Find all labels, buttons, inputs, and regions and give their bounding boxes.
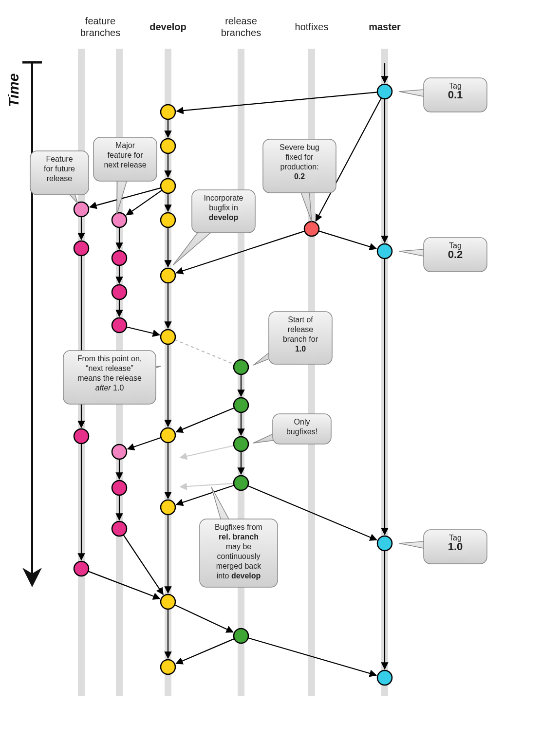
commit-node [112,521,127,536]
commit-node [161,330,175,344]
callout-text: Tag1.0 [448,534,463,553]
callouts: Tag0.1Tag0.2Tag1.0Featurefor futurerelea… [30,78,487,587]
arrow [176,408,235,432]
commit-node [234,476,248,490]
commit-node [234,629,248,643]
lane-label-develop: develop [149,21,187,32]
arrow [127,190,162,215]
commit-node [234,437,248,451]
arrow [175,605,233,632]
commit-node [161,105,175,119]
time-axis: Time [5,62,42,579]
commit-node [112,213,127,227]
commit-node [161,428,175,443]
arrow [180,483,234,487]
callout-tag02: Tag0.2 [399,238,487,272]
callout-text: Incorporatebugfix indevelop [204,194,243,222]
arrow [123,535,163,594]
commit-node [112,251,127,265]
gitflow-diagram: Time featurebranchesdevelopreleasebranch… [0,0,560,742]
callout-text: Featurefor futurerelease [44,155,75,183]
svg-text:branches: branches [221,27,261,38]
arrow [318,231,376,248]
arrow [180,445,234,458]
commit-node [377,536,392,551]
commit-node [234,360,248,374]
commit-node [112,285,127,299]
commit-node [377,244,392,259]
commit-node [112,318,127,333]
commit-node [234,398,248,412]
commit-node [161,179,175,193]
svg-text:branches: branches [80,27,120,38]
lane-label-hotfix: hotfixes [295,21,329,32]
svg-text:develop: develop [149,21,187,32]
commit-node [161,660,175,674]
commit-node [74,429,89,444]
svg-text:feature: feature [85,16,115,26]
commit-node [112,481,127,495]
commit-node [161,139,175,153]
commit-node [161,213,175,227]
commit-node [161,594,175,609]
commit-node [161,500,175,515]
arrow [176,485,234,505]
commit-node [377,84,392,99]
arrow [128,438,161,449]
svg-text:release: release [225,16,257,26]
arrow [177,92,377,111]
arrow [88,571,160,598]
lane-label-feature: featurebranches [80,16,120,38]
callout-onlyBug: Onlybugfixes! [253,414,331,444]
callout-majorFeat: Majorfeature fornext release [93,137,157,214]
arrow [90,188,161,207]
arrow [175,340,233,364]
commit-node [74,241,89,256]
arrow [176,639,235,664]
svg-text:hotfixes: hotfixes [295,21,329,32]
callout-severe: Severe bugfixed forproduction:0.2 [263,139,336,222]
commit-node [112,445,127,459]
commit-node [377,670,392,685]
lane-label-master: master [369,21,401,32]
arrow [127,327,160,335]
commit-node [74,202,89,217]
commit-node [161,268,175,283]
lane-label-release: releasebranches [221,16,261,38]
commit-node [304,222,319,236]
callout-text: Tag0.1 [448,82,463,101]
commit-node [74,561,89,576]
svg-text:master: master [369,21,401,32]
callout-tag01: Tag0.1 [399,78,487,112]
callout-startRel: Start ofreleasebranch for1.0 [253,312,332,365]
callout-text: Tag0.2 [448,241,463,260]
callout-fromPoint: From this point on,“next release”means t… [63,351,161,404]
time-label: Time [5,74,21,107]
callout-tag10: Tag1.0 [399,530,487,564]
